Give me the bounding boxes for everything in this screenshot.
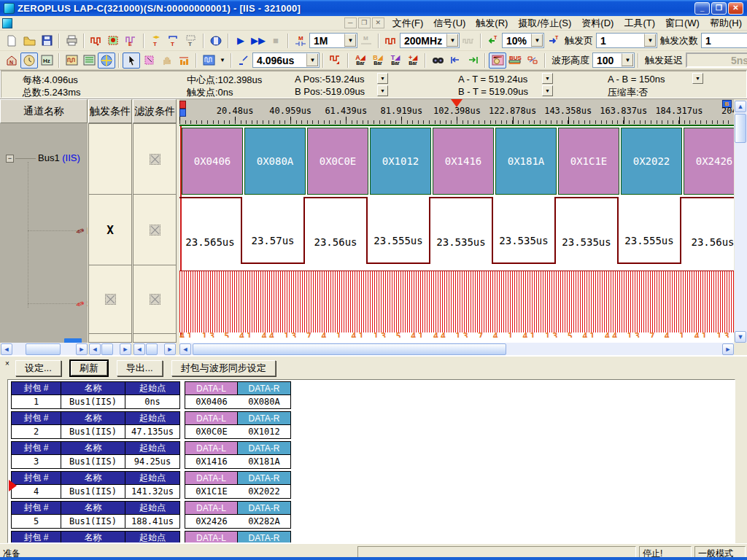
scroll-left-icon[interactable]: ◄ (89, 343, 101, 355)
chevron-down-icon[interactable]: ▼ (306, 53, 319, 67)
bus-property-icon[interactable] (207, 33, 225, 49)
next-transition-icon[interactable] (464, 52, 481, 69)
menu-item[interactable]: 帮助(H) (705, 15, 747, 31)
lrck-trigger-cell[interactable]: X (89, 195, 131, 265)
a-t-dropdown-icon[interactable]: ▼ (542, 73, 553, 84)
repeat-run-icon[interactable]: ▶▶ (249, 33, 267, 49)
search-icon[interactable] (429, 52, 446, 69)
restore-button[interactable]: ❐ (711, 2, 727, 15)
minimize-button[interactable]: _ (694, 2, 710, 15)
filter-col-hscrollbar[interactable]: ◄ ► (133, 343, 176, 356)
pulse-cursor-icon[interactable] (327, 52, 344, 69)
trigger-col-hscrollbar[interactable]: ◄ ► (89, 343, 131, 356)
chevron-down-icon[interactable]: ▼ (344, 34, 357, 47)
pulse-width-icon[interactable]: E (123, 33, 140, 49)
b-pos-dropdown-icon[interactable]: ▼ (377, 85, 388, 96)
memory-depth-select[interactable]: 1M▼ (309, 33, 357, 48)
mdi-restore-button[interactable]: ❐ (358, 18, 371, 28)
waveform-panel[interactable]: B 20.48us40.959us61.439us81.919us102.398… (179, 99, 734, 356)
bus1-trigger-cell[interactable] (89, 124, 131, 195)
goto-trigger-icon[interactable]: T (544, 33, 562, 49)
bus-value-segment[interactable]: 0X2426 (684, 128, 734, 195)
sclk-filter-cell[interactable] (133, 265, 176, 334)
chevron-down-icon[interactable]: ▼ (644, 34, 657, 47)
scroll-right-icon[interactable]: ► (120, 343, 131, 355)
sclk-trigger-cell[interactable] (89, 265, 131, 334)
menu-item[interactable]: 窗口(W) (660, 15, 705, 31)
open-file-icon[interactable] (20, 33, 38, 49)
menu-item[interactable]: 信号(U) (428, 15, 471, 31)
time-ruler[interactable]: B 20.48us40.959us61.439us81.919us102.398… (179, 99, 734, 126)
waveform-hscrollbar[interactable]: ◄ ► (179, 343, 734, 356)
zoom-scale-select[interactable]: 4.096us▼ (252, 52, 320, 68)
packet-group[interactable]: 封包 # 名称 起始点 3 Bus1(IIS) 94.25us DATA-L D… (11, 441, 735, 469)
a-b-dropdown-icon[interactable]: ▼ (692, 73, 703, 84)
t-bar-marker-icon[interactable] (179, 101, 186, 109)
bus-value-segment[interactable]: 0X1C1E (558, 128, 619, 195)
bus-value-segment[interactable]: 0X0C0E (307, 128, 368, 195)
packet-panel-button[interactable]: 刷新 (70, 360, 108, 376)
scroll-right-icon[interactable]: ► (76, 343, 88, 355)
save-icon[interactable] (38, 33, 55, 49)
measure-icon[interactable] (175, 52, 193, 69)
trigger-mark-icon[interactable]: T (165, 33, 182, 49)
menu-item[interactable]: 摄取/停止(S) (513, 15, 576, 31)
waveform-zoom-mode-icon[interactable] (200, 52, 217, 69)
bus-value-segment[interactable]: 0X181A (495, 128, 557, 195)
clock-icon[interactable] (20, 52, 38, 69)
channel-sclk[interactable]: ✎SCLK (76, 298, 88, 309)
run-icon[interactable]: ▶ (232, 33, 249, 49)
bus-value-segment[interactable]: 0X080A (244, 128, 306, 195)
packet-group[interactable]: 封包 # 名称 起始点 5 Bus1(IIS) 188.41us DATA-L … (11, 501, 735, 529)
new-file-icon[interactable] (3, 33, 20, 49)
trigger-count-select[interactable]: 1▼ (701, 33, 747, 48)
zoom-cursor-icon[interactable] (235, 52, 252, 69)
menu-item[interactable]: 文件(F) (387, 15, 429, 31)
memory-depth-icon[interactable]: M (292, 33, 309, 49)
scroll-right-icon[interactable]: ► (164, 343, 176, 355)
navigator-icon[interactable] (98, 52, 115, 69)
b-t-dropdown-icon[interactable]: ▼ (542, 85, 553, 96)
channel-name-panel[interactable]: −Bus1 (IIS) ✎LRCK ✎SCLK (0, 123, 88, 343)
chevron-down-icon[interactable]: ▼ (531, 34, 543, 47)
scroll-up-icon[interactable]: ▲ (735, 101, 746, 112)
channel-lrck[interactable]: ✎LRCK (76, 225, 88, 236)
bus-view-icon[interactable]: BUS (506, 52, 524, 69)
noise-filter-icon[interactable] (88, 33, 105, 49)
waveform-mode-icon[interactable] (63, 52, 80, 69)
lrck-pulse-segment[interactable]: 23.535us (556, 197, 619, 264)
clock-window-icon[interactable] (489, 52, 506, 69)
bus1-filter-cell[interactable] (133, 124, 176, 195)
lrck-filter-cell[interactable] (133, 195, 176, 265)
trigger-position-icon[interactable]: T (484, 33, 502, 49)
chevron-down-icon[interactable]: ▼ (446, 34, 459, 47)
bus-value-segment[interactable]: 0X0406 (182, 128, 243, 195)
trigger-ratio-select[interactable]: 10%▼ (502, 33, 544, 48)
prev-transition-icon[interactable] (446, 52, 464, 69)
channel-bus1[interactable]: −Bus1 (IIS) (6, 152, 80, 163)
t-bar-icon[interactable]: T◢Bar (387, 52, 404, 69)
scroll-left-icon[interactable]: ◄ (133, 343, 145, 355)
print-icon[interactable] (63, 33, 80, 49)
zoom-mode-dropdown-icon[interactable]: ▼ (217, 52, 228, 69)
a-bar-marker-icon[interactable] (179, 109, 186, 117)
collapse-icon[interactable]: − (6, 155, 14, 163)
menu-item[interactable]: 触发(R) (471, 15, 513, 31)
lrck-pulse-segment[interactable]: 23.555us (619, 197, 681, 264)
data-contrast-icon[interactable] (105, 33, 123, 49)
trigger-page-select[interactable]: 1▼ (596, 33, 657, 48)
chevron-down-icon[interactable]: ▼ (622, 53, 634, 67)
close-button[interactable]: ✕ (728, 2, 743, 15)
sclk-waveform-row[interactable] (179, 271, 734, 332)
scroll-left-icon[interactable]: ◄ (1, 343, 12, 355)
channel-name-hscrollbar[interactable]: ◄ ► (1, 343, 88, 356)
lrck-pulse-segment[interactable]: 23.565us (179, 197, 242, 264)
packet-panel-button[interactable]: 设定... (15, 360, 61, 376)
packet-group[interactable]: 封包 # 名称 起始点 2 Bus1(IIS) 47.135us DATA-L … (11, 411, 735, 439)
frequency-icon[interactable]: Hz (38, 52, 55, 69)
scroll-right-icon[interactable]: ► (722, 343, 734, 355)
packet-group[interactable]: 封包 # 名称 起始点 6 Bus1(IIS) 235.53us DATA-L … (11, 531, 735, 543)
lrck-pulse-segment[interactable]: 23.535us (430, 197, 493, 264)
home-icon[interactable]: N (3, 52, 20, 69)
mdi-close-button[interactable]: ✕ (372, 18, 384, 28)
